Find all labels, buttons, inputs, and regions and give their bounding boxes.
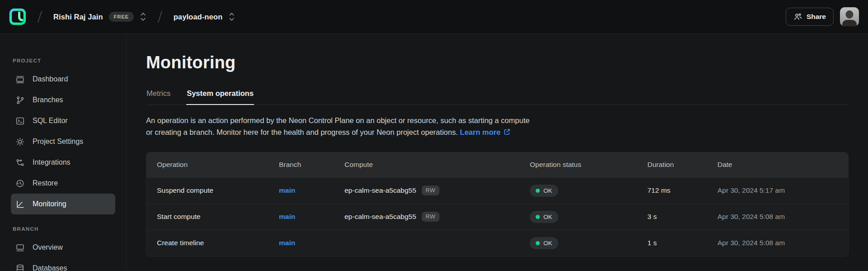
column-header-branch: Branch: [279, 161, 344, 169]
breadcrumb-separator: [32, 9, 47, 24]
breadcrumb: Rishi Raj Jain FREE payload-neon: [9, 8, 235, 25]
status-ok-dot: [536, 241, 540, 245]
integrations-icon: [15, 158, 25, 167]
compute-rw-badge: RW: [422, 212, 439, 222]
tab-metrics[interactable]: Metrics: [146, 89, 171, 105]
branch-link[interactable]: main: [279, 239, 295, 247]
tab-bar: Metrics System operations: [146, 89, 849, 105]
dashboard-icon: [15, 75, 25, 84]
compute-rw-badge: RW: [422, 185, 439, 195]
sidebar-item-label: Monitoring: [33, 200, 66, 208]
operations-description: An operation is an action performed by t…: [146, 114, 849, 138]
operation-name: Create timeline: [157, 239, 279, 247]
operations-table: Operation Branch Compute Operation statu…: [146, 152, 849, 257]
sidebar-item-label: Dashboard: [33, 75, 68, 83]
sidebar-item-label: Restore: [33, 179, 58, 187]
status-badge: OK: [530, 211, 558, 223]
git-branch-icon: [15, 95, 25, 105]
window-icon: [15, 243, 25, 252]
sidebar-item-label: Integrations: [33, 158, 71, 166]
branch-link[interactable]: main: [279, 186, 295, 194]
description-line-1: An operation is an action performed by t…: [146, 116, 529, 124]
branch-link[interactable]: main: [279, 213, 295, 220]
sidebar-item-label: Overview: [33, 243, 63, 252]
sidebar-item-integrations[interactable]: Integrations: [11, 152, 115, 173]
project-name[interactable]: payload-neon: [174, 13, 222, 21]
operation-name: Suspend compute: [157, 186, 279, 195]
sidebar-item-branches[interactable]: Branches: [11, 90, 115, 110]
breadcrumb-separator: [152, 9, 168, 24]
share-button-label: Share: [807, 13, 826, 21]
table-row: Start compute main ep-calm-sea-a5cabg55 …: [146, 204, 848, 230]
sidebar: PROJECT Dashboard Branches SQ: [0, 34, 127, 271]
sidebar-item-databases[interactable]: Databases: [11, 258, 115, 271]
sidebar-item-label: SQL Editor: [33, 117, 68, 125]
share-button[interactable]: Share: [786, 8, 834, 26]
learn-more-label: Learn more: [460, 126, 500, 138]
sidebar-item-monitoring[interactable]: Monitoring: [11, 194, 115, 214]
org-name[interactable]: Rishi Raj Jain: [53, 13, 103, 21]
sidebar-item-dashboard[interactable]: Dashboard: [11, 69, 115, 90]
sidebar-item-restore[interactable]: Restore: [11, 173, 115, 194]
table-row: Create timeline main OK 1 s Apr 30, 2024…: [146, 230, 848, 256]
status-badge: OK: [530, 185, 558, 197]
sidebar-section-branch: BRANCH: [11, 226, 115, 232]
column-header-compute: Compute: [344, 161, 530, 169]
column-header-operation-status: Operation status: [530, 161, 647, 169]
users-icon: [793, 12, 802, 21]
status-label: OK: [543, 187, 552, 194]
project-switcher-chevron-icon[interactable]: [228, 11, 235, 23]
sidebar-item-sql-editor[interactable]: SQL Editor: [11, 110, 115, 131]
org-switcher-chevron-icon[interactable]: [140, 11, 146, 23]
topbar-actions: Share: [786, 7, 859, 26]
neon-logo-icon[interactable]: [9, 8, 26, 25]
sidebar-item-label: Branches: [33, 96, 63, 104]
status-label: OK: [543, 240, 552, 247]
operation-duration: 3 s: [647, 213, 717, 221]
operation-duration: 712 ms: [647, 186, 717, 195]
table-row: Suspend compute main ep-calm-sea-a5cabg5…: [146, 177, 848, 204]
sidebar-item-project-settings[interactable]: Project Settings: [11, 131, 115, 152]
sidebar-item-overview[interactable]: Overview: [11, 237, 115, 258]
status-ok-dot: [536, 189, 540, 193]
column-header-duration: Duration: [647, 161, 717, 169]
sidebar-section-project: PROJECT: [11, 58, 115, 63]
gear-icon: [15, 137, 25, 147]
tab-system-operations[interactable]: System operations: [186, 89, 254, 105]
sidebar-item-label: Project Settings: [33, 138, 83, 146]
topbar: Rishi Raj Jain FREE payload-neon Share: [0, 0, 868, 34]
neon-console: Rishi Raj Jain FREE payload-neon Share: [0, 0, 868, 271]
compute-endpoint: ep-calm-sea-a5cabg55: [344, 186, 416, 195]
learn-more-link[interactable]: Learn more: [460, 126, 511, 138]
main-content: Monitoring Metrics System operations An …: [127, 34, 868, 271]
operation-date: Apr 30, 2024 5:08 am: [717, 213, 848, 221]
terminal-icon: [15, 116, 25, 126]
status-ok-dot: [536, 215, 540, 219]
operation-name: Start compute: [157, 213, 279, 221]
status-label: OK: [543, 214, 552, 220]
plan-badge: FREE: [109, 12, 134, 22]
operation-date: Apr 30, 2024 5:17 am: [717, 186, 848, 195]
history-clock-icon: [15, 179, 25, 188]
sidebar-item-label: Databases: [33, 264, 67, 271]
external-link-icon: [503, 128, 511, 136]
column-header-operation: Operation: [157, 161, 279, 169]
user-avatar[interactable]: [840, 7, 859, 26]
description-line-2: or creating a branch. Monitor here for t…: [146, 128, 458, 136]
chart-line-icon: [15, 200, 25, 209]
operation-date: Apr 30, 2024 5:08 am: [717, 239, 848, 247]
database-icon: [15, 264, 25, 271]
compute-endpoint: ep-calm-sea-a5cabg55: [344, 213, 416, 221]
table-header-row: Operation Branch Compute Operation statu…: [146, 152, 848, 177]
page-title: Monitoring: [146, 53, 849, 72]
column-header-date: Date: [717, 161, 848, 169]
operation-duration: 1 s: [647, 239, 717, 247]
status-badge: OK: [530, 237, 558, 249]
